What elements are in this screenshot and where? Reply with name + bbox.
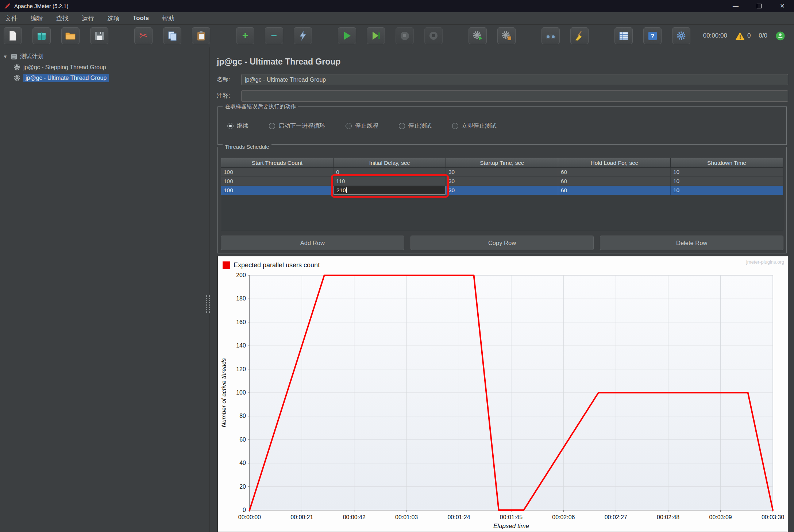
help-button[interactable]: ?	[643, 27, 662, 44]
svg-text:00:00:42: 00:00:42	[343, 514, 366, 520]
cut-scissors-icon: ✂	[139, 31, 147, 41]
tree-node-stepping-thread-group[interactable]: jp@gc - Stepping Thread Group	[0, 62, 209, 73]
tree-label: jp@gc - Stepping Thread Group	[23, 64, 106, 71]
svg-text:00:03:30: 00:03:30	[762, 514, 784, 520]
svg-text:00:01:45: 00:01:45	[500, 514, 523, 520]
svg-text:160: 160	[236, 319, 246, 325]
remote-start-all-button[interactable]	[469, 27, 487, 44]
radio-stop-test-now[interactable]: 立即停止测试	[452, 122, 497, 130]
menu-search[interactable]: 查找	[56, 14, 69, 23]
menu-bar: 文件 编辑 查找 运行 选项 Tools 帮助	[0, 12, 794, 25]
radio-stop-thread[interactable]: 停止线程	[346, 122, 378, 130]
options-gear-icon	[676, 31, 686, 41]
cell[interactable]: 10	[671, 186, 783, 195]
svg-text:0: 0	[243, 507, 246, 513]
cell[interactable]: 60	[558, 186, 671, 195]
expected-users-chart-panel: Expected parallel users count jmeter-plu…	[217, 256, 788, 532]
svg-text:20: 20	[239, 484, 246, 490]
svg-text:80: 80	[239, 413, 246, 419]
svg-text:?: ?	[651, 33, 654, 40]
function-helper-button[interactable]	[614, 27, 633, 44]
svg-text:00:01:24: 00:01:24	[447, 514, 470, 520]
cell[interactable]: 60	[558, 177, 671, 186]
stop-button[interactable]	[396, 27, 414, 44]
cell[interactable]: 0	[334, 168, 446, 177]
radio-icon	[269, 123, 275, 129]
templates-button[interactable]	[32, 27, 51, 44]
start-button[interactable]	[338, 27, 356, 44]
menu-help[interactable]: 帮助	[162, 14, 174, 23]
start-no-pauses-button[interactable]	[367, 27, 385, 44]
add-element-button[interactable]: +	[236, 27, 254, 44]
tree-node-test-plan[interactable]: ▼ 测试计划	[0, 51, 209, 62]
cell[interactable]: 30	[446, 168, 558, 177]
cell[interactable]: 110	[334, 177, 446, 186]
cut-button[interactable]: ✂	[134, 27, 153, 44]
text-caret	[346, 187, 347, 193]
radio-start-next-loop[interactable]: 启动下一进程循环	[269, 122, 325, 130]
toggle-lightning-icon	[298, 31, 307, 41]
radio-label: 继续	[237, 122, 248, 130]
shutdown-button[interactable]	[424, 27, 443, 44]
copy-button[interactable]	[163, 27, 181, 44]
cell[interactable]: 10	[671, 177, 783, 186]
column-header-startup-time[interactable]: Startup Time, sec	[446, 158, 558, 168]
radio-label: 立即停止测试	[462, 122, 497, 130]
column-header-shutdown-time[interactable]: Shutdown Time	[671, 158, 783, 168]
tree-expander-icon[interactable]: ▼	[3, 54, 8, 59]
column-header-hold-load[interactable]: Hold Load For, sec	[558, 158, 671, 168]
copy-row-button[interactable]: Copy Row	[411, 236, 594, 250]
comment-input[interactable]	[241, 90, 788, 102]
maximize-button[interactable]	[747, 0, 771, 12]
cell[interactable]: 60	[558, 168, 671, 177]
save-icon	[95, 31, 104, 41]
menu-options[interactable]: 选项	[107, 14, 120, 23]
svg-text:200: 200	[236, 272, 246, 278]
cell[interactable]: 30	[446, 186, 558, 195]
column-header-start-threads[interactable]: Start Threads Count	[221, 158, 334, 168]
cell[interactable]: 10	[671, 168, 783, 177]
threads-schedule-group: Threads Schedule Start Threads Count Ini…	[217, 147, 787, 253]
svg-text:40: 40	[239, 460, 246, 466]
clear-all-button[interactable]	[570, 27, 589, 44]
svg-text:00:00:00: 00:00:00	[238, 514, 261, 520]
name-input[interactable]	[241, 74, 788, 85]
toggle-element-button[interactable]	[294, 27, 312, 44]
delete-row-button[interactable]: Delete Row	[600, 236, 783, 250]
menu-tools[interactable]: Tools	[133, 15, 149, 22]
remove-element-button[interactable]: −	[265, 27, 283, 44]
templates-icon	[36, 31, 47, 41]
svg-text:00:02:27: 00:02:27	[605, 514, 627, 520]
paste-button[interactable]	[192, 27, 210, 44]
svg-text:00:02:06: 00:02:06	[552, 514, 575, 520]
cell[interactable]: 30	[446, 177, 558, 186]
cell-editor[interactable]: 210	[334, 186, 446, 195]
new-plan-button[interactable]	[4, 27, 22, 44]
table-row-selected: 100 210 30 60 10	[221, 186, 783, 195]
cell[interactable]: 100	[221, 168, 334, 177]
search-button[interactable]	[541, 27, 560, 44]
radio-continue[interactable]: 继续	[227, 122, 248, 130]
cell[interactable]: 100	[221, 177, 334, 186]
panel-splitter-handle[interactable]	[206, 295, 210, 313]
column-header-initial-delay[interactable]: Initial Delay, sec	[334, 158, 446, 168]
close-button[interactable]: ✕	[771, 0, 794, 12]
radio-stop-test[interactable]: 停止测试	[399, 122, 432, 130]
svg-text:120: 120	[236, 366, 246, 372]
open-button[interactable]	[61, 27, 80, 44]
minimize-button[interactable]: —	[724, 0, 747, 12]
cell[interactable]: 100	[221, 186, 334, 195]
tree-node-ultimate-thread-group[interactable]: jp@gc - Ultimate Thread Group	[0, 73, 209, 83]
thread-group-gear-icon	[13, 63, 21, 71]
radio-icon	[227, 123, 234, 129]
add-row-button[interactable]: Add Row	[221, 236, 404, 250]
remote-shutdown-all-button[interactable]	[497, 27, 516, 44]
menu-run[interactable]: 运行	[82, 14, 94, 23]
svg-text:180: 180	[236, 295, 246, 302]
options-gear-button[interactable]	[672, 27, 690, 44]
cell-editing[interactable]: 210	[334, 186, 446, 195]
warning-icon[interactable]	[735, 32, 745, 40]
menu-edit[interactable]: 编辑	[31, 14, 43, 23]
menu-file[interactable]: 文件	[5, 14, 18, 23]
save-button[interactable]	[90, 27, 108, 44]
